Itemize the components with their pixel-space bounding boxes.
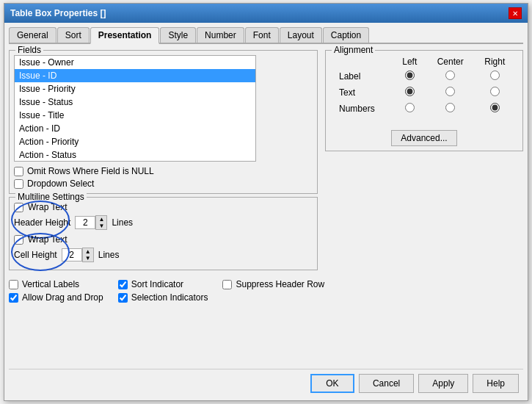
vertical-labels-checkbox[interactable] — [9, 280, 18, 289]
main-window: Table Box Properties [] ✕ General Sort P… — [4, 3, 528, 401]
field-item[interactable]: Issue - Title — [15, 109, 255, 122]
tab-style[interactable]: Style — [160, 27, 196, 43]
cell-height-spin: ▲ ▼ — [62, 248, 94, 262]
alignment-group: Alignment Left Center Right — [325, 50, 523, 151]
sort-indicator-label: Sort Indicator — [131, 279, 183, 289]
tab-bar: General Sort Presentation Style Number F… — [9, 27, 523, 44]
header-lines-label: Lines — [112, 217, 133, 228]
omit-null-checkbox[interactable] — [14, 167, 23, 176]
field-item[interactable]: Issue - Status — [15, 95, 255, 109]
tab-number[interactable]: Number — [197, 27, 244, 43]
selection-indicators-row: Selection Indicators — [118, 292, 208, 303]
suppress-header-label: Suppress Header Row — [236, 279, 324, 289]
fields-list[interactable]: Issue - Owner Issue - ID Issue - Priorit… — [14, 55, 256, 162]
align-text-row-label: Text — [333, 84, 393, 101]
header-wrap-checkbox[interactable] — [14, 203, 23, 212]
align-label-right[interactable] — [490, 71, 500, 80]
alignment-table: Left Center Right Label — [333, 55, 515, 117]
field-item[interactable]: Issue - Owner — [15, 56, 255, 69]
header-height-down[interactable]: ▼ — [96, 223, 106, 229]
header-wrap-section: Wrap Text Header Height ▲ ▼ — [14, 202, 313, 230]
align-label-row-label: Label — [333, 68, 393, 84]
field-item[interactable]: Action - ID — [15, 122, 255, 135]
right-column: Alignment Left Center Right — [325, 50, 523, 270]
tab-caption[interactable]: Caption — [323, 27, 369, 43]
dialog-content: General Sort Presentation Style Number F… — [4, 23, 528, 400]
ok-button[interactable]: OK — [310, 374, 354, 393]
align-text-left[interactable] — [405, 87, 415, 96]
tab-sort[interactable]: Sort — [57, 27, 90, 43]
fields-label: Fields — [15, 45, 43, 55]
tab-font[interactable]: Font — [245, 27, 279, 43]
cell-wrap-checkbox[interactable] — [14, 235, 23, 245]
header-height-spinner: ▲ ▼ — [95, 215, 107, 230]
cell-height-label: Cell Height — [14, 250, 57, 260]
main-row: Fields Issue - Owner Issue - ID Issue - … — [9, 50, 523, 270]
cancel-button[interactable]: Cancel — [359, 374, 414, 393]
window-title: Table Box Properties [] — [10, 8, 106, 18]
align-label-center[interactable] — [445, 71, 455, 80]
button-bar: OK Cancel Apply Help — [9, 369, 523, 396]
left-column: Fields Issue - Owner Issue - ID Issue - … — [9, 50, 318, 270]
bottom-options: Vertical Labels Allow Drag and Drop Sort… — [9, 279, 523, 303]
cell-height-down[interactable]: ▼ — [83, 255, 93, 261]
cell-wrap-section: Wrap Text Cell Height ▲ ▼ — [14, 234, 313, 262]
suppress-header-checkbox[interactable] — [222, 280, 232, 289]
header-wrap-label: Wrap Text — [28, 202, 68, 212]
align-right-header: Right — [475, 55, 516, 68]
left-options-col: Vertical Labels Allow Drag and Drop — [9, 279, 103, 303]
sort-indicator-row: Sort Indicator — [118, 279, 208, 289]
tab-body: Fields Issue - Owner Issue - ID Issue - … — [9, 50, 523, 366]
cell-height-up[interactable]: ▲ — [83, 248, 93, 255]
cell-height-input[interactable] — [62, 248, 82, 261]
sort-indicator-checkbox[interactable] — [118, 280, 128, 289]
field-item[interactable]: Issue - Priority — [15, 82, 255, 95]
multiline-label: Multiline Settings — [15, 192, 87, 202]
tab-general[interactable]: General — [9, 27, 57, 43]
vertical-labels-label: Vertical Labels — [22, 279, 79, 289]
dropdown-select-row: Dropdown Select — [14, 178, 313, 189]
apply-button[interactable]: Apply — [418, 374, 468, 393]
cell-wrap-label: Wrap Text — [28, 234, 68, 245]
align-center-header: Center — [426, 55, 475, 68]
suppress-header-row: Suppress Header Row — [222, 279, 324, 289]
align-numbers-row-label: Numbers — [333, 101, 393, 117]
cell-height-spinner: ▲ ▼ — [82, 248, 94, 262]
align-text-center[interactable] — [445, 87, 455, 96]
field-item[interactable]: Action - Priority — [15, 135, 255, 148]
right-options-col: Suppress Header Row — [222, 279, 324, 303]
header-height-spin: ▲ ▼ — [75, 215, 107, 230]
tab-presentation[interactable]: Presentation — [90, 27, 160, 44]
dropdown-select-checkbox[interactable] — [14, 179, 23, 189]
selection-indicators-checkbox[interactable] — [118, 293, 128, 303]
cell-height-row: Cell Height ▲ ▼ Lines — [14, 248, 313, 262]
header-height-row: Header Height ▲ ▼ Lines — [14, 215, 313, 230]
align-numbers-left[interactable] — [405, 103, 415, 112]
field-checkboxes: Omit Rows Where Field is NULL Dropdown S… — [14, 166, 313, 189]
omit-null-label: Omit Rows Where Field is NULL — [27, 166, 154, 176]
multiline-group: Multiline Settings Wrap Text Header Heig… — [9, 197, 318, 270]
middle-options-col: Sort Indicator Selection Indicators — [118, 279, 208, 303]
cell-wrap-row: Wrap Text — [14, 234, 313, 245]
dropdown-select-label: Dropdown Select — [27, 178, 94, 189]
align-left-header: Left — [393, 55, 426, 68]
tab-layout[interactable]: Layout — [280, 27, 322, 43]
vertical-labels-row: Vertical Labels — [9, 279, 103, 289]
advanced-button[interactable]: Advanced... — [391, 130, 456, 146]
title-bar: Table Box Properties [] ✕ — [4, 4, 528, 23]
allow-drag-label: Allow Drag and Drop — [22, 292, 103, 303]
close-button[interactable]: ✕ — [509, 7, 522, 19]
cell-lines-label: Lines — [98, 250, 120, 260]
omit-null-row: Omit Rows Where Field is NULL — [14, 166, 313, 176]
align-numbers-right[interactable] — [490, 103, 500, 112]
allow-drag-checkbox[interactable] — [9, 293, 18, 303]
align-label-left[interactable] — [405, 71, 415, 80]
header-height-up[interactable]: ▲ — [96, 216, 106, 223]
allow-drag-row: Allow Drag and Drop — [9, 292, 103, 303]
align-numbers-center[interactable] — [445, 103, 455, 112]
field-item-selected[interactable]: Issue - ID — [15, 69, 255, 82]
align-text-right[interactable] — [490, 87, 500, 96]
help-button[interactable]: Help — [473, 374, 519, 393]
field-item[interactable]: Action - Status — [15, 148, 255, 162]
header-height-input[interactable] — [75, 216, 95, 229]
